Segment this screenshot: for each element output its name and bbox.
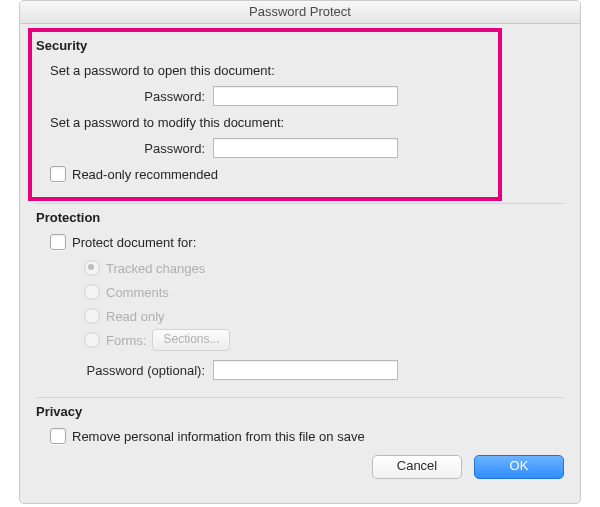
remove-personal-info-label: Remove personal information from this fi…: [72, 429, 365, 444]
modify-password-label: Password:: [50, 141, 205, 156]
protection-heading: Protection: [36, 210, 564, 225]
remove-personal-info-checkbox[interactable]: [50, 428, 66, 444]
protection-password-input[interactable]: [213, 360, 398, 380]
forms-radio: [84, 332, 100, 348]
security-heading: Security: [36, 38, 564, 53]
open-password-prompt: Set a password to open this document:: [50, 63, 275, 78]
tracked-changes-radio: [84, 260, 100, 276]
cancel-button[interactable]: Cancel: [372, 455, 462, 479]
ok-button[interactable]: OK: [474, 455, 564, 479]
password-protect-dialog: Password Protect Security Set a password…: [19, 0, 581, 504]
protect-document-label: Protect document for:: [72, 235, 196, 250]
readonly-recommended-label: Read-only recommended: [72, 167, 218, 182]
privacy-heading: Privacy: [36, 404, 564, 419]
readonly-recommended-checkbox[interactable]: [50, 166, 66, 182]
protection-password-label: Password (optional):: [50, 363, 205, 378]
read-only-radio: [84, 308, 100, 324]
modify-password-prompt: Set a password to modify this document:: [50, 115, 284, 130]
sections-button: Sections...: [152, 329, 230, 351]
security-section: Security Set a password to open this doc…: [36, 32, 564, 203]
window-title: Password Protect: [20, 1, 580, 24]
modify-password-input[interactable]: [213, 138, 398, 158]
open-password-input[interactable]: [213, 86, 398, 106]
read-only-label: Read only: [106, 309, 165, 324]
protection-section: Protection Protect document for: Tracked…: [36, 203, 564, 397]
forms-label: Forms:: [106, 333, 146, 348]
privacy-section: Privacy Remove personal information from…: [36, 397, 564, 491]
tracked-changes-label: Tracked changes: [106, 261, 205, 276]
open-password-label: Password:: [50, 89, 205, 104]
comments-label: Comments: [106, 285, 169, 300]
protect-document-checkbox[interactable]: [50, 234, 66, 250]
comments-radio: [84, 284, 100, 300]
